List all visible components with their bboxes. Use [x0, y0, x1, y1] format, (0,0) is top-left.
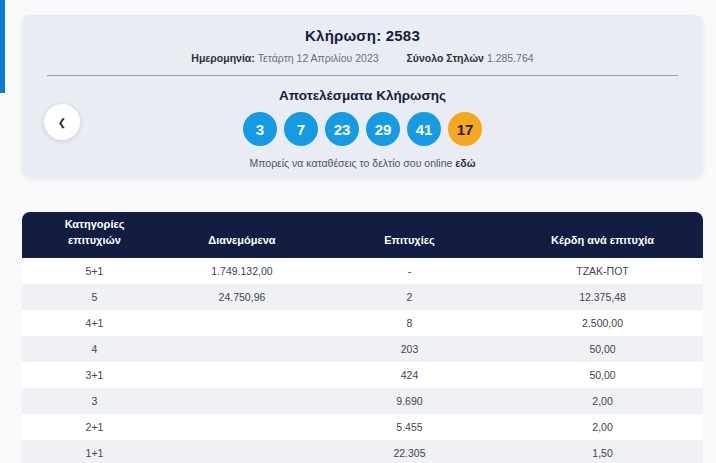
- category-cell: 4+1: [22, 310, 167, 336]
- table-row: 2+1 5.455 2,00: [22, 414, 703, 440]
- col-header-distributed: Διανεμόμενα: [167, 212, 317, 258]
- left-accent-stripe: [0, 0, 5, 93]
- winners-cell: 5.455: [317, 414, 502, 440]
- total-columns-label: Σύνολο Στηλών: [407, 52, 484, 64]
- col-header-winners: Επιτυχίες: [317, 212, 502, 258]
- distributed-cell: [167, 310, 317, 336]
- prize-cell: ΤΖΑΚ-ΠΟΤ: [502, 258, 703, 284]
- total-columns-value: 1.285.764: [487, 52, 534, 64]
- winners-cell: 424: [317, 362, 502, 388]
- distributed-cell: [167, 414, 317, 440]
- draw-date-value: Τετάρτη 12 Απριλίου 2023: [258, 52, 379, 64]
- total-columns: Σύνολο Στηλών1.285.764: [407, 52, 534, 64]
- distributed-cell: [167, 336, 317, 362]
- table-row: 4 203 50,00: [22, 336, 703, 362]
- distributed-cell: [167, 362, 317, 388]
- bonus-number-ball: 17: [448, 112, 482, 146]
- prize-cell: 1,50: [502, 440, 703, 463]
- category-cell: 3: [22, 388, 167, 414]
- winners-cell: 9.690: [317, 388, 502, 414]
- winning-number-ball: 7: [284, 112, 318, 146]
- prize-cell: 50,00: [502, 336, 703, 362]
- category-cell: 2+1: [22, 414, 167, 440]
- table-row: 3+1 424 50,00: [22, 362, 703, 388]
- winning-number-ball: 29: [366, 112, 400, 146]
- table-row: 3 9.690 2,00: [22, 388, 703, 414]
- prize-table-container: Κατηγορίες επιτυχιών Διανεμόμενα Επιτυχί…: [22, 212, 703, 463]
- winners-cell: -: [317, 258, 502, 284]
- draw-results-card: Κλήρωση: 2583 Ημερομηνία:Τετάρτη 12 Απρι…: [22, 15, 703, 177]
- category-cell: 4: [22, 336, 167, 362]
- distributed-cell: 24.750,96: [167, 284, 317, 310]
- prize-cell: 50,00: [502, 362, 703, 388]
- table-row: 5+1 1.749.132,00 - ΤΖΑΚ-ΠΟΤ: [22, 258, 703, 284]
- online-bet-text: Μπορείς να καταθέσεις το δελτίο σου onli…: [249, 157, 452, 169]
- table-row: 4+1 8 2.500,00: [22, 310, 703, 336]
- category-cell: 1+1: [22, 440, 167, 463]
- draw-title: Κλήρωση: 2583: [22, 15, 703, 44]
- prize-table-header-row: Κατηγορίες επιτυχιών Διανεμόμενα Επιτυχί…: [22, 212, 703, 258]
- category-cell: 5: [22, 284, 167, 310]
- card-divider: [47, 75, 678, 76]
- col-header-prize-per-win: Κέρδη ανά επιτυχία: [502, 212, 703, 258]
- prize-cell: 12.375,48: [502, 284, 703, 310]
- online-bet-link[interactable]: εδώ: [455, 157, 475, 169]
- results-title: Αποτελέσματα Κλήρωσης: [22, 88, 703, 103]
- prize-table: Κατηγορίες επιτυχιών Διανεμόμενα Επιτυχί…: [22, 212, 703, 463]
- online-bet-note: Μπορείς να καταθέσεις το δελτίο σου onli…: [22, 157, 703, 169]
- draw-meta: Ημερομηνία:Τετάρτη 12 Απριλίου 2023 Σύνο…: [22, 52, 703, 64]
- draw-date: Ημερομηνία:Τετάρτη 12 Απριλίου 2023: [191, 52, 378, 64]
- distributed-cell: [167, 440, 317, 463]
- prize-cell: 2.500,00: [502, 310, 703, 336]
- category-cell: 3+1: [22, 362, 167, 388]
- previous-draw-button[interactable]: ❮: [44, 104, 80, 140]
- winners-cell: 2: [317, 284, 502, 310]
- prize-cell: 2,00: [502, 414, 703, 440]
- distributed-cell: 1.749.132,00: [167, 258, 317, 284]
- winning-numbers: 3 7 23 29 41 17: [22, 112, 703, 146]
- winners-cell: 203: [317, 336, 502, 362]
- prize-cell: 2,00: [502, 388, 703, 414]
- draw-date-label: Ημερομηνία:: [191, 52, 254, 64]
- winning-number-ball: 41: [407, 112, 441, 146]
- table-row: 1+1 22.305 1,50: [22, 440, 703, 463]
- winning-number-ball: 3: [243, 112, 277, 146]
- winners-cell: 22.305: [317, 440, 502, 463]
- distributed-cell: [167, 388, 317, 414]
- table-row: 5 24.750,96 2 12.375,48: [22, 284, 703, 310]
- chevron-left-icon: ❮: [58, 117, 66, 128]
- winning-number-ball: 23: [325, 112, 359, 146]
- winners-cell: 8: [317, 310, 502, 336]
- category-cell: 5+1: [22, 258, 167, 284]
- col-header-categories: Κατηγορίες επιτυχιών: [22, 212, 167, 258]
